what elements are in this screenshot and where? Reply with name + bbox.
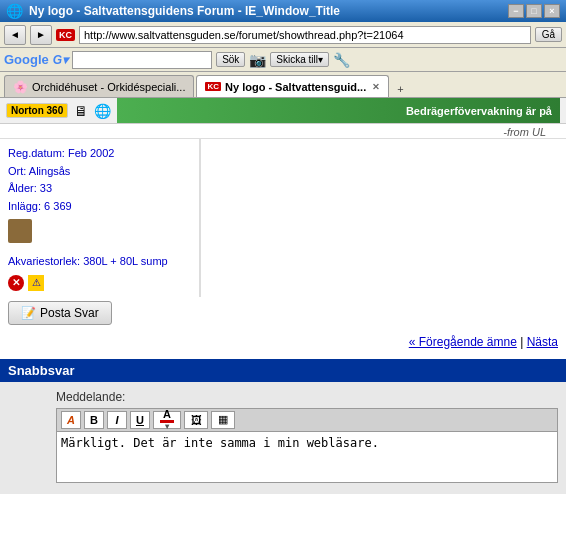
message-textarea[interactable] [56, 431, 558, 483]
tabs-bar: 🌸 Orchidéhuset - Orkidéspeciali... KC Ny… [0, 72, 566, 98]
snabbsvar-avatar-col [8, 390, 48, 486]
google-send-button[interactable]: Skicka till▾ [270, 52, 329, 67]
red-x-icon: ✕ [8, 275, 24, 291]
google-g: G▾ [53, 53, 68, 67]
google-wrench-icon: 🔧 [333, 52, 350, 68]
reg-datum: Reg.datum: Feb 2002 [8, 145, 191, 163]
maximize-button[interactable]: □ [526, 4, 542, 18]
norton-monitor-icon[interactable]: 🖥 [74, 103, 88, 119]
forward-button[interactable]: ► [30, 25, 52, 45]
window-icon: 🌐 [6, 3, 23, 19]
window-controls: − □ × [508, 4, 560, 18]
post-meta-column: Reg.datum: Feb 2002 Ort: Alingsås Ålder:… [0, 139, 200, 297]
norton-bar: Norton 360 🖥 🌐 Bedrägerfövervakning är p… [0, 98, 566, 124]
tab-close-button[interactable]: ✕ [372, 82, 380, 92]
back-button[interactable]: ◄ [4, 25, 26, 45]
tab-icon-orchid: 🌸 [13, 80, 28, 94]
snabbsvar-header: Snabbsvar [0, 359, 566, 382]
post-btn-label: Posta Svar [40, 306, 99, 320]
go-button[interactable]: Gå [535, 27, 562, 42]
post-button-row: 📝 Posta Svar [0, 297, 566, 329]
next-topic-link[interactable]: Nästa [527, 335, 558, 349]
snabbsvar-editor-col: Meddelande: A B I U A ▾ 🖼 ▦ [56, 390, 558, 486]
editor-bold-button[interactable]: B [84, 411, 104, 429]
from-ul-text: -from UL [0, 124, 566, 138]
editor-italic-a-button[interactable]: A [61, 411, 81, 429]
meddelande-label: Meddelande: [56, 390, 558, 404]
post-btn-icon: 📝 [21, 306, 36, 320]
inlagg-label: Inlägg: [8, 200, 41, 212]
editor-italic-button[interactable]: I [107, 411, 127, 429]
norton-status: Bedrägerfövervakning är på [117, 98, 560, 123]
ort-value: Alingsås [29, 165, 71, 177]
ort: Ort: Alingsås [8, 163, 191, 181]
tab-orchideehuset[interactable]: 🌸 Orchidéhuset - Orkidéspeciali... [4, 75, 194, 97]
norton-logo: Norton 360 [6, 103, 68, 118]
inlagg-value: 6 369 [44, 200, 72, 212]
google-search-button[interactable]: Sök [216, 52, 245, 67]
google-logo: Google [4, 52, 49, 67]
window-title: Ny logo - Saltvattensguidens Forum - IE_… [29, 4, 502, 18]
alder-value: 33 [40, 182, 52, 194]
reg-datum-label: Reg.datum: [8, 147, 65, 159]
post-content-column [200, 139, 566, 297]
akvarie: Akvariestorlek: 380L + 80L sump [8, 253, 191, 271]
avatar [8, 219, 32, 243]
editor-image-button[interactable]: 🖼 [184, 411, 208, 429]
tab-label-saltvattensguid: Ny logo - Saltvattensguid... [225, 81, 366, 93]
reg-datum-value: Feb 2002 [68, 147, 114, 159]
kc-badge: KC [56, 29, 75, 41]
snabbsvar-layout: Meddelande: A B I U A ▾ 🖼 ▦ [8, 390, 558, 486]
post-row: Reg.datum: Feb 2002 Ort: Alingsås Ålder:… [0, 138, 566, 297]
prev-topic-link[interactable]: « Föregående ämne [409, 335, 517, 349]
tab-saltvattensguid[interactable]: KC Ny logo - Saltvattensguid... ✕ [196, 75, 389, 97]
new-tab-button[interactable]: + [391, 81, 409, 97]
editor-table-button[interactable]: ▦ [211, 411, 235, 429]
url-input[interactable] [79, 26, 531, 44]
tab-label-orchid: Orchidéhuset - Orkidéspeciali... [32, 81, 185, 93]
inlagg: Inlägg: 6 369 [8, 198, 191, 216]
akvarie-label: Akvariestorlek: [8, 255, 80, 267]
google-search-input[interactable] [72, 51, 212, 69]
editor-underline-button[interactable]: U [130, 411, 150, 429]
editor-toolbar: A B I U A ▾ 🖼 ▦ [56, 408, 558, 431]
snabbsvar-body: Meddelande: A B I U A ▾ 🖼 ▦ [0, 382, 566, 494]
google-toolbar: Google G▾ Sök 📷 Skicka till▾ 🔧 [0, 48, 566, 72]
editor-font-color-button[interactable]: A ▾ [153, 411, 181, 429]
title-bar: 🌐 Ny logo - Saltvattensguidens Forum - I… [0, 0, 566, 22]
tab-kc-badge: KC [205, 82, 221, 91]
norton-globe-icon[interactable]: 🌐 [94, 103, 111, 119]
close-button[interactable]: × [544, 4, 560, 18]
google-camera-icon: 📷 [249, 52, 266, 68]
post-icons: ✕ ⚠ [8, 275, 191, 291]
nav-links: « Föregående ämne | Nästa [0, 329, 566, 355]
address-bar: ◄ ► KC Gå [0, 22, 566, 48]
warning-icon: ⚠ [28, 275, 44, 291]
alder-label: Ålder: [8, 182, 37, 194]
alder: Ålder: 33 [8, 180, 191, 198]
minimize-button[interactable]: − [508, 4, 524, 18]
post-reply-button[interactable]: 📝 Posta Svar [8, 301, 112, 325]
content-area: -from UL Reg.datum: Feb 2002 Ort: Alings… [0, 124, 566, 536]
avatar-container [8, 219, 191, 249]
ort-label: Ort: [8, 165, 26, 177]
akvarie-value: 380L + 80L sump [83, 255, 168, 267]
